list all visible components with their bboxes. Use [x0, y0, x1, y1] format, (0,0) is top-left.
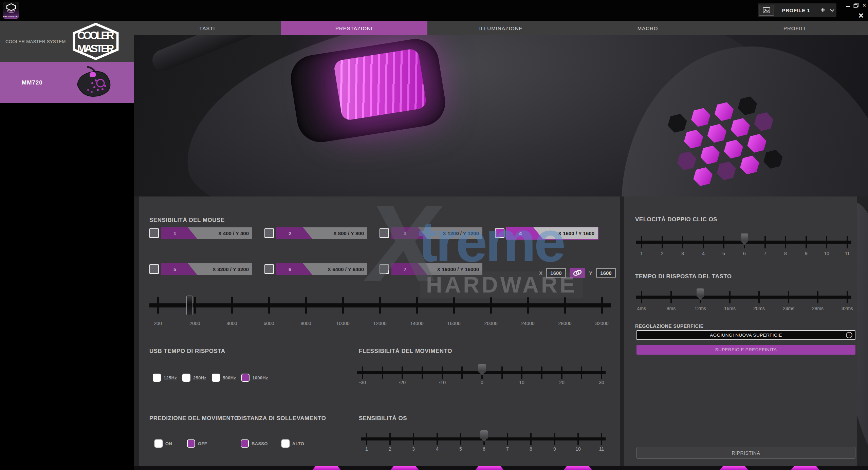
cooler-master-logo: COOLER MASTER — [73, 23, 119, 60]
tab-tasti[interactable]: TASTI — [134, 21, 281, 35]
photo-bottom-strip — [134, 466, 868, 470]
dpi-slider-track[interactable] — [149, 303, 611, 307]
os-sensitivity-slider-handle[interactable] — [480, 430, 488, 439]
dpi-level-3[interactable]: 3X 1200 / Y 1200 — [380, 227, 482, 239]
tick-label: 9 — [553, 446, 556, 452]
dpi-number-badge: 3 — [391, 227, 427, 239]
restore-button[interactable] — [853, 3, 859, 8]
default-surface-button[interactable]: SUPERFICIE PREDEFINITA — [636, 345, 855, 355]
section-title-button-response: TEMPO DI RISPOSTA DEL TASTO — [635, 273, 732, 280]
dpi-checkbox[interactable] — [495, 228, 504, 238]
button-response-slider[interactable]: 4ms 8ms 12ms 16ms 20ms 24ms 28ms 32ms — [641, 284, 848, 313]
checkbox[interactable] — [182, 374, 190, 382]
reset-button[interactable]: RIPRISTINA — [636, 447, 855, 459]
checkbox[interactable] — [212, 374, 220, 382]
tick-label: 24000 — [521, 321, 535, 326]
option-label: 500Hz — [223, 375, 236, 380]
double-click-slider[interactable]: 1 2 3 4 5 6 7 8 9 10 11 — [641, 229, 848, 258]
tick-label: 200 — [154, 321, 162, 326]
dpi-checkbox[interactable] — [380, 228, 389, 238]
tick-label: 5 — [722, 251, 725, 256]
dpi-checkbox[interactable] — [264, 264, 274, 274]
flexibility-slider-handle[interactable] — [478, 364, 486, 373]
close-panel-button[interactable]: ✕ — [858, 12, 864, 20]
dpi-level-1[interactable]: 1X 400 / Y 400 — [149, 227, 252, 239]
button-response-slider-handle[interactable] — [697, 288, 704, 297]
dpi-checkbox[interactable] — [149, 228, 159, 238]
dpi-number: 6 — [289, 266, 291, 272]
link-icon — [572, 269, 583, 276]
dpi-number: 1 — [173, 230, 176, 236]
option-label: 1000Hz — [252, 375, 268, 380]
dpi-number-badge: 4 — [507, 227, 543, 239]
dpi-number: 4 — [519, 230, 522, 236]
dpi-level-7[interactable]: 7X 16000 / Y 16000 — [380, 263, 482, 275]
dpi-slider-handle[interactable] — [186, 296, 192, 315]
checkbox[interactable] — [241, 439, 249, 448]
dpi-bar: 6X 6400 / Y 6400 — [276, 263, 367, 275]
option-label: OFF — [198, 441, 207, 446]
option-basso[interactable]: BASSO — [241, 439, 268, 448]
dpi-level-2[interactable]: 2X 800 / Y 800 — [264, 227, 367, 239]
dpi-number-badge: 1 — [161, 227, 197, 239]
dpi-value: X 1600 / Y 1600 — [558, 230, 598, 236]
option-on[interactable]: ON — [154, 439, 172, 448]
double-click-slider-handle[interactable] — [741, 233, 748, 242]
option-250hz[interactable]: 250Hz — [182, 374, 206, 382]
tick-label: 1 — [640, 251, 643, 256]
dpi-value: X 1200 / Y 1200 — [443, 230, 482, 236]
dpi-level-4[interactable]: 4X 1600 / Y 1600 — [495, 227, 598, 239]
option-500hz[interactable]: 500Hz — [212, 374, 236, 382]
tab-illuminazione[interactable]: ILLUMINAZIONE — [427, 21, 574, 35]
device-name: MM720 — [22, 79, 43, 86]
add-profile-button[interactable]: + — [818, 6, 828, 14]
tab-label: PRESTAZIONI — [335, 25, 373, 31]
dpi-level-5[interactable]: 5X 3200 / Y 3200 — [149, 263, 252, 275]
dpi-level-6[interactable]: 6X 6400 / Y 6400 — [264, 263, 367, 275]
tick-label: 14000 — [410, 321, 424, 326]
profile-name: PROFILE 1 — [774, 7, 818, 13]
tick-label: -20 — [399, 380, 406, 385]
option-alto[interactable]: ALTO — [281, 439, 304, 448]
tick-label: 8 — [784, 251, 787, 256]
dpi-y-input[interactable] — [596, 268, 616, 278]
profile-image-button[interactable] — [759, 5, 774, 16]
slider-labels: 1 2 3 4 5 6 7 8 9 10 11 — [366, 446, 602, 453]
tab-profili[interactable]: PROFILI — [721, 21, 868, 35]
section-title-double-click: VELOCITÀ DOPPIO CLIC OS — [635, 216, 717, 223]
tab-label: ILLUMINAZIONE — [479, 25, 522, 31]
option-125hz[interactable]: 125Hz — [153, 374, 177, 382]
tick-label: 8000 — [300, 321, 311, 326]
xy-lock-button[interactable] — [570, 268, 585, 278]
checkbox[interactable] — [153, 374, 161, 382]
dpi-bar: 7X 16000 / Y 16000 — [391, 263, 482, 275]
option-1000hz[interactable]: 1000Hz — [241, 374, 268, 382]
tick-label: 12ms — [695, 306, 706, 311]
tick-label: 6 — [483, 446, 485, 452]
dpi-checkbox[interactable] — [380, 264, 389, 274]
os-sensitivity-slider[interactable]: 1 2 3 4 5 6 7 8 9 10 11 — [366, 426, 602, 454]
checkbox[interactable] — [187, 439, 195, 448]
checkbox[interactable] — [154, 439, 163, 448]
slider-track[interactable] — [636, 296, 851, 299]
dpi-bar: 5X 3200 / Y 3200 — [161, 263, 252, 275]
window-controls: ✕ — [846, 3, 866, 8]
tab-prestazioni[interactable]: PRESTAZIONI — [281, 21, 428, 35]
option-off[interactable]: OFF — [187, 439, 207, 448]
close-button[interactable]: ✕ — [862, 3, 866, 8]
dpi-checkbox[interactable] — [264, 228, 274, 238]
tab-macro[interactable]: MACRO — [574, 21, 721, 35]
checkbox[interactable] — [241, 374, 250, 382]
flexibility-slider[interactable]: -30 -20 -10 0 10 20 30 — [362, 359, 602, 388]
profile-dropdown-button[interactable] — [828, 3, 836, 17]
checkbox[interactable] — [281, 439, 290, 448]
minimize-button[interactable] — [846, 4, 850, 7]
dpi-slider[interactable]: 200 2000 4000 6000 8000 10000 12000 1400… — [157, 294, 603, 328]
dpi-x-input[interactable] — [546, 268, 566, 278]
dpi-checkbox[interactable] — [149, 264, 159, 274]
add-surface-button[interactable]: AGGIUNGI NUOVA SUPERFICIE + — [636, 330, 855, 340]
sidebar-item-mm720[interactable]: MM720 — [0, 62, 134, 103]
option-label: 125Hz — [164, 375, 177, 380]
device-thumbnail — [72, 66, 116, 100]
profile-selector[interactable]: PROFILE 1 + — [758, 3, 836, 17]
